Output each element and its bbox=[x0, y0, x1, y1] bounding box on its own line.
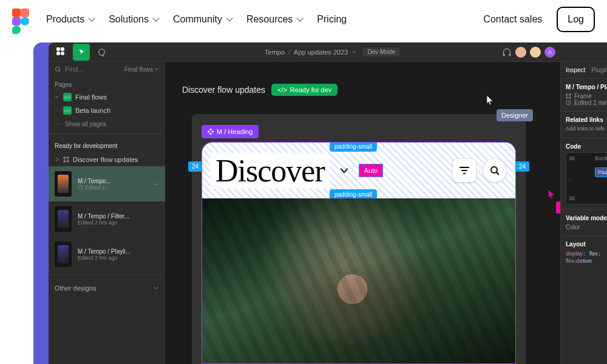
search-button[interactable] bbox=[483, 158, 507, 183]
page-label: Beta launch bbox=[75, 107, 110, 114]
inspect-panel: Inspect Plugins M / Tempo / Pla Frame Ed… bbox=[560, 62, 607, 364]
other-designs[interactable]: Other designs bbox=[49, 277, 165, 299]
chevron-down-icon bbox=[154, 67, 159, 72]
margin-left-badge: 24 bbox=[188, 161, 202, 172]
frame-type-label: Frame bbox=[574, 93, 592, 99]
thumb-title: M / Tempo / Filter... bbox=[78, 213, 159, 220]
developer-cursor: Developer bbox=[548, 189, 560, 214]
variable-modes-title: Variable modes bbox=[566, 215, 607, 221]
nav-community[interactable]: Community bbox=[173, 14, 231, 25]
dev-mode-badge[interactable]: Dev Mode bbox=[362, 47, 400, 56]
frame-icon bbox=[63, 157, 69, 163]
login-button[interactable]: Log bbox=[557, 7, 595, 32]
svg-rect-3 bbox=[208, 130, 210, 133]
canvas[interactable]: Discover flow updates </> Ready for dev … bbox=[165, 62, 560, 364]
layer-discover-flow[interactable]: Discover flow updates bbox=[49, 153, 165, 166]
heading-chevron-down-icon[interactable] bbox=[336, 162, 353, 179]
frame-icon bbox=[566, 93, 571, 99]
breadcrumb-separator: / bbox=[288, 49, 290, 56]
nav-solutions[interactable]: Solutions bbox=[109, 14, 157, 25]
box-model[interactable]: 36 Borde Pad - 36 bbox=[566, 152, 607, 204]
related-links-title: Related links bbox=[566, 116, 607, 123]
section-title: Discover flow updates bbox=[182, 85, 265, 95]
cursor-label: Developer bbox=[556, 201, 560, 214]
show-all-pages[interactable]: ⋯ Show all pages bbox=[49, 117, 165, 131]
page-beta-launch[interactable]: </> Beta launch bbox=[49, 104, 165, 117]
chevron-down-icon[interactable] bbox=[351, 50, 356, 55]
related-links-desc: Add links to refer GitHub, Jira or St bbox=[566, 126, 607, 133]
clock-icon bbox=[566, 100, 571, 106]
avatar-user-2[interactable] bbox=[530, 47, 541, 58]
avatar-user-3[interactable]: A bbox=[544, 47, 555, 58]
layer-label: Discover flow updates bbox=[73, 156, 138, 163]
component-label[interactable]: M / Heading bbox=[202, 125, 259, 138]
thumbnail bbox=[55, 241, 72, 267]
css-code[interactable]: display: flex; flex-diction bbox=[566, 250, 607, 265]
site-nav: Products Solutions Community Resources P… bbox=[0, 0, 607, 39]
svg-rect-4 bbox=[211, 130, 214, 133]
breadcrumbs[interactable]: Tempo / App updates 2023 Dev Mode bbox=[265, 47, 400, 56]
thumb-subtitle: Edited 2 hrs ago bbox=[78, 220, 159, 226]
code-section-title: Code bbox=[566, 143, 607, 150]
color-label: Color bbox=[566, 224, 580, 231]
comment-tool-button[interactable] bbox=[93, 44, 110, 61]
component-icon bbox=[208, 129, 214, 135]
dev-ready-icon: </> bbox=[63, 93, 72, 101]
frame-thumb-2[interactable]: M / Tempo / Filter... Edited 2 hrs ago bbox=[49, 201, 165, 237]
canvas-title-row: Discover flow updates </> Ready for dev bbox=[182, 84, 337, 96]
edited-label: Edited 2 min bbox=[574, 99, 607, 106]
ready-for-dev-pill[interactable]: </> Ready for dev bbox=[271, 84, 337, 96]
pages-label: Pages bbox=[49, 76, 165, 90]
headphones-icon[interactable] bbox=[502, 48, 512, 56]
breadcrumb-project[interactable]: Tempo bbox=[265, 49, 285, 56]
auto-layout-badge: Auto bbox=[359, 164, 384, 177]
nav-products[interactable]: Products bbox=[46, 14, 93, 25]
breadcrumb-file[interactable]: App updates 2023 bbox=[294, 49, 348, 56]
nav-right: Contact sales Log bbox=[483, 7, 595, 32]
frame-thumb-1[interactable]: M / Tempo... Edited 2... → bbox=[49, 166, 165, 201]
chevron-right-icon bbox=[55, 157, 59, 162]
left-panel: Final flows Pages </> Final flows </> Be… bbox=[49, 62, 165, 364]
thumb-title: M / Tempo / Playli... bbox=[78, 248, 159, 255]
search-input[interactable] bbox=[65, 66, 101, 73]
ready-for-dev-label: Ready for development bbox=[49, 136, 165, 153]
frame-thumb-3[interactable]: M / Tempo / Playli... Edited 2 hrs ago bbox=[49, 237, 165, 272]
svg-point-6 bbox=[491, 167, 497, 173]
search-icon bbox=[489, 165, 500, 176]
tab-plugins[interactable]: Plugins bbox=[591, 67, 607, 73]
pages-filter[interactable]: Final flows bbox=[124, 66, 159, 73]
heading-component[interactable]: padding-small padding-small Discover Aut… bbox=[202, 143, 515, 198]
filter-icon bbox=[459, 166, 470, 175]
avatar-user-1[interactable] bbox=[515, 47, 526, 58]
figma-logo-icon bbox=[12, 7, 29, 32]
page-final-flows[interactable]: </> Final flows bbox=[49, 90, 165, 104]
hero-image bbox=[202, 198, 515, 363]
page-label: Final flows bbox=[75, 93, 107, 101]
nav-pricing[interactable]: Pricing bbox=[317, 14, 347, 25]
dev-ready-icon: </> bbox=[63, 106, 72, 115]
move-tool-button[interactable] bbox=[73, 44, 90, 61]
nav-resources[interactable]: Resources bbox=[246, 14, 301, 25]
chevron-down-icon bbox=[55, 95, 59, 99]
artboard-container: M / Heading 24 24 padding-small padding-… bbox=[192, 114, 526, 364]
layout-section-title: Layout bbox=[566, 241, 607, 248]
figma-menu-icon[interactable] bbox=[52, 44, 69, 61]
hero-frame: Tempo / App updates 2023 Dev Mode A Fina… bbox=[33, 42, 607, 364]
padding-label: Pad bbox=[595, 167, 607, 177]
contact-sales-link[interactable]: Contact sales bbox=[483, 14, 542, 25]
thumb-subtitle: Edited 2... bbox=[78, 184, 146, 190]
nav-items: Products Solutions Community Resources P… bbox=[46, 14, 466, 25]
box-corner-value: 36 bbox=[569, 195, 575, 201]
code-icon: </> bbox=[277, 86, 287, 93]
arrow-right-icon: → bbox=[152, 180, 159, 188]
svg-rect-5 bbox=[209, 132, 212, 135]
artboard[interactable]: padding-small padding-small Discover Aut… bbox=[202, 142, 516, 364]
margin-right-badge: 24 bbox=[515, 161, 529, 172]
search-icon bbox=[55, 66, 61, 73]
app-header: Tempo / App updates 2023 Dev Mode A bbox=[49, 42, 607, 62]
filter-button[interactable] bbox=[452, 158, 476, 183]
tab-inspect[interactable]: Inspect bbox=[566, 67, 585, 73]
thumbnail bbox=[55, 206, 72, 232]
clock-icon bbox=[78, 184, 83, 190]
selection-path: M / Tempo / Pla bbox=[566, 84, 607, 90]
